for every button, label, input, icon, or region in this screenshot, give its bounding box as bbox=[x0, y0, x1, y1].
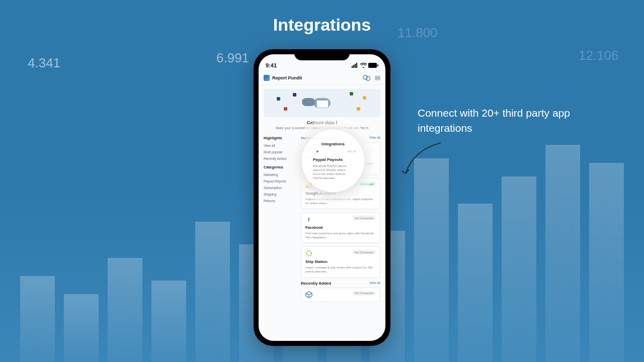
view-all-link[interactable]: View all bbox=[369, 281, 380, 286]
sidebar-item-most-popular[interactable]: Most popular bbox=[264, 149, 296, 155]
svg-rect-0 bbox=[352, 66, 353, 68]
highlight-circle: Integrations Not Co Paypal Payouts Recon… bbox=[302, 130, 364, 192]
app-bar: Report Pundit bbox=[259, 71, 385, 85]
signal-icon bbox=[352, 63, 359, 68]
svg-rect-3 bbox=[356, 63, 357, 68]
shipstation-icon bbox=[305, 250, 312, 257]
sidebar-item-payout-reports[interactable]: Payout Reports bbox=[264, 178, 296, 185]
halo-section-label: Integrations bbox=[321, 142, 345, 146]
app-name: Report Pundit bbox=[272, 75, 302, 80]
brand-logo-icon bbox=[264, 75, 270, 81]
halo-card-title: Paypal Payouts bbox=[313, 157, 353, 162]
callout-text: Connect with 20+ third party app integra… bbox=[418, 106, 584, 136]
sidebar-item-marketing[interactable]: Marketing bbox=[264, 171, 296, 178]
status-time: 9:41 bbox=[266, 62, 277, 68]
phone-frame: 9:41 Report Pundit bbox=[254, 49, 390, 346]
halo-status: Not Co bbox=[348, 150, 356, 153]
card-title: Google Analytics bbox=[305, 191, 376, 196]
sidebar-item-view-all[interactable]: View all bbox=[264, 142, 296, 149]
phone-screen: 9:41 Report Pundit bbox=[259, 54, 385, 341]
integration-card-recent[interactable]: Not Connected bbox=[301, 288, 380, 302]
bg-number: 12.106 bbox=[579, 48, 619, 63]
sidebar-heading-highlights: Highlights bbox=[264, 136, 296, 140]
marketing-slide: 4.341 6.991 11.800 12.106 Integrations C… bbox=[0, 0, 644, 362]
paypal-icon bbox=[313, 150, 322, 153]
svg-rect-5 bbox=[377, 64, 378, 66]
status-badge: Not Connected bbox=[352, 216, 376, 220]
svg-point-11 bbox=[306, 251, 311, 256]
sidebar-item-returns[interactable]: Returns bbox=[264, 198, 296, 204]
chat-icon[interactable] bbox=[363, 74, 371, 81]
svg-rect-8 bbox=[306, 186, 307, 188]
card-desc: Import, manage & ship orders with suppor… bbox=[305, 265, 376, 274]
section-recently-added: Recently Added View all bbox=[301, 281, 380, 286]
card-desc: Improve customer experience with digital… bbox=[305, 197, 376, 205]
view-all-link[interactable]: View all bbox=[369, 136, 380, 140]
status-badge: Not Connected bbox=[352, 250, 376, 254]
svg-rect-1 bbox=[353, 65, 354, 68]
status-badge: Not Connected bbox=[352, 291, 376, 296]
page-title: Integrations bbox=[0, 15, 644, 35]
integration-card-facebook[interactable]: f Not Connected Facebook Find new custom… bbox=[301, 212, 380, 243]
battery-icon bbox=[368, 63, 378, 68]
bg-number: 6.991 bbox=[216, 50, 249, 66]
sidebar-item-subscription[interactable]: Subscription bbox=[264, 185, 296, 191]
app-brand[interactable]: Report Pundit bbox=[264, 75, 302, 81]
status-badge: Connected bbox=[357, 182, 376, 186]
facebook-icon: f bbox=[305, 216, 312, 223]
card-desc: Find new customers and grow sales with F… bbox=[305, 231, 376, 239]
hero-illustration bbox=[264, 89, 380, 117]
hero-caption: Capture data f bbox=[259, 120, 385, 125]
phone-notch bbox=[294, 49, 350, 60]
sidebar-item-recently-added[interactable]: Recently Added bbox=[264, 155, 296, 162]
hamburger-menu-icon[interactable] bbox=[375, 76, 380, 80]
bg-number: 4.341 bbox=[28, 55, 60, 71]
card-title: Ship Station bbox=[305, 259, 376, 264]
sidebar: Highlights View all Most popular Recentl… bbox=[264, 133, 296, 305]
sidebar-heading-categories: Categories bbox=[264, 165, 296, 169]
page-body: Capture data f Make your e-commerce data… bbox=[259, 85, 385, 341]
wifi-icon bbox=[360, 63, 367, 68]
svg-rect-2 bbox=[355, 64, 356, 68]
svg-rect-4 bbox=[368, 63, 377, 68]
svg-rect-9 bbox=[308, 184, 310, 188]
svg-point-6 bbox=[363, 75, 367, 79]
integration-card-shipstation[interactable]: Not Connected Ship Station Import, manag… bbox=[301, 246, 380, 278]
box-icon bbox=[305, 291, 312, 298]
sidebar-item-shipping[interactable]: Shipping bbox=[264, 191, 296, 198]
callout-arrow-icon bbox=[397, 138, 443, 184]
card-title: Facebook bbox=[305, 225, 376, 230]
svg-point-7 bbox=[366, 76, 370, 80]
halo-card-desc: Reconcile PayPal payout reports & Shopif… bbox=[313, 164, 353, 180]
